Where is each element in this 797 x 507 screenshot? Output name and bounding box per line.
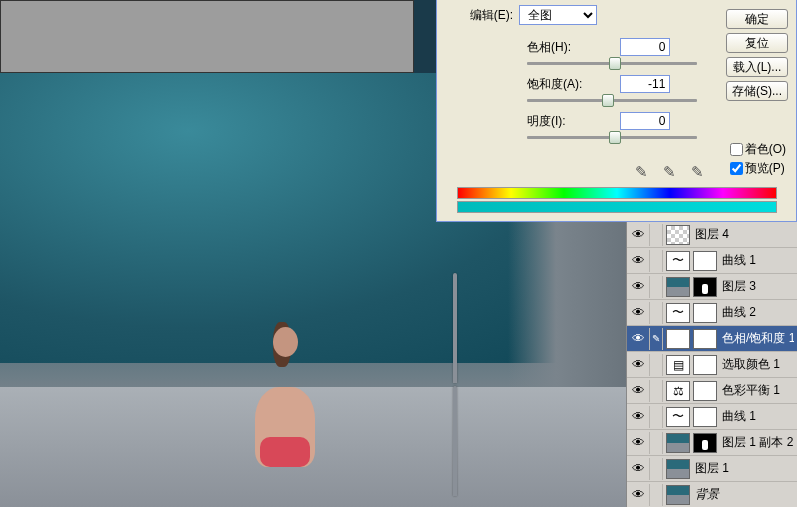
- layer-thumbnail[interactable]: ◐: [666, 329, 690, 349]
- person-figure: [245, 317, 325, 467]
- cancel-button[interactable]: 复位: [726, 33, 788, 53]
- visibility-eye-icon[interactable]: 👁: [630, 227, 646, 243]
- visibility-eye-icon[interactable]: 👁: [630, 435, 646, 451]
- layer-mask-thumbnail[interactable]: [693, 433, 717, 453]
- eyedropper-add-icon[interactable]: ✎: [660, 163, 678, 181]
- saturation-label: 饱和度(A):: [527, 76, 587, 93]
- saturation-slider-thumb[interactable]: [602, 94, 614, 107]
- hue-spectrum-top[interactable]: [457, 187, 777, 199]
- layer-link-col[interactable]: [649, 458, 663, 480]
- layer-row[interactable]: 👁⚖色彩平衡 1: [627, 378, 797, 404]
- layer-link-col[interactable]: [649, 250, 663, 272]
- layer-link-col[interactable]: [649, 302, 663, 324]
- visibility-eye-icon[interactable]: 👁: [630, 279, 646, 295]
- preview-checkbox-label[interactable]: 预览(P): [730, 160, 786, 177]
- layer-name-label[interactable]: 背景: [693, 486, 794, 503]
- visibility-eye-icon[interactable]: 👁: [630, 487, 646, 503]
- visibility-eye-icon[interactable]: 👁: [630, 461, 646, 477]
- canvas-gray-bg: [0, 0, 414, 73]
- visibility-eye-icon[interactable]: 👁: [630, 331, 646, 347]
- visibility-eye-icon[interactable]: 👁: [630, 357, 646, 373]
- layer-row[interactable]: 👁✎◐色相/饱和度 1: [627, 326, 797, 352]
- layer-row[interactable]: 👁〜曲线 1: [627, 404, 797, 430]
- ok-button[interactable]: 确定: [726, 9, 788, 29]
- visibility-eye-icon[interactable]: 👁: [630, 305, 646, 321]
- load-button[interactable]: 载入(L)...: [726, 57, 788, 77]
- layer-mask-thumbnail[interactable]: [693, 251, 717, 271]
- layer-name-label[interactable]: 图层 1: [693, 460, 794, 477]
- pool-ladder: [438, 273, 488, 393]
- visibility-eye-icon[interactable]: 👁: [630, 409, 646, 425]
- layer-link-col[interactable]: [649, 484, 663, 506]
- layers-panel: 👁图层 4👁〜曲线 1👁图层 3👁〜曲线 2👁✎◐色相/饱和度 1👁▤选取颜色 …: [626, 222, 797, 507]
- layer-name-label[interactable]: 曲线 1: [720, 408, 794, 425]
- layer-row[interactable]: 👁图层 1: [627, 456, 797, 482]
- visibility-eye-icon[interactable]: 👁: [630, 253, 646, 269]
- layer-row[interactable]: 👁背景: [627, 482, 797, 507]
- visibility-eye-icon[interactable]: 👁: [630, 383, 646, 399]
- edit-label: 编辑(E):: [449, 7, 519, 24]
- layer-row[interactable]: 👁〜曲线 1: [627, 248, 797, 274]
- hue-label: 色相(H):: [527, 39, 587, 56]
- layer-name-label[interactable]: 曲线 2: [720, 304, 794, 321]
- layer-thumbnail[interactable]: ▤: [666, 355, 690, 375]
- layer-row[interactable]: 👁▤选取颜色 1: [627, 352, 797, 378]
- layer-link-col[interactable]: [649, 276, 663, 298]
- eyedropper-group: ✎ ✎ ✎: [632, 163, 706, 181]
- layer-name-label[interactable]: 图层 1 副本 2: [720, 434, 794, 451]
- layer-thumbnail[interactable]: [666, 433, 690, 453]
- layer-mask-thumbnail[interactable]: [693, 407, 717, 427]
- colorize-checkbox-label[interactable]: 着色(O): [730, 141, 786, 158]
- lightness-slider-thumb[interactable]: [609, 131, 621, 144]
- layer-name-label[interactable]: 选取颜色 1: [720, 356, 794, 373]
- layer-link-col[interactable]: [649, 406, 663, 428]
- layer-link-col[interactable]: [649, 224, 663, 246]
- save-button[interactable]: 存储(S)...: [726, 81, 788, 101]
- layer-row[interactable]: 👁图层 1 副本 2: [627, 430, 797, 456]
- layer-thumbnail[interactable]: ⚖: [666, 381, 690, 401]
- layer-thumbnail[interactable]: [666, 459, 690, 479]
- layer-row[interactable]: 👁图层 4: [627, 222, 797, 248]
- layer-link-col[interactable]: [649, 380, 663, 402]
- hue-value-input[interactable]: 0: [620, 38, 670, 56]
- preview-checkbox[interactable]: [730, 162, 743, 175]
- layer-thumbnail[interactable]: 〜: [666, 303, 690, 323]
- layer-mask-thumbnail[interactable]: [693, 277, 717, 297]
- lightness-label: 明度(I):: [527, 113, 587, 130]
- layer-thumbnail[interactable]: [666, 225, 690, 245]
- layer-thumbnail[interactable]: 〜: [666, 407, 690, 427]
- layer-mask-thumbnail[interactable]: [693, 329, 717, 349]
- layer-row[interactable]: 👁图层 3: [627, 274, 797, 300]
- layer-name-label[interactable]: 图层 4: [693, 226, 794, 243]
- edit-dropdown[interactable]: 全图: [519, 5, 597, 25]
- dialog-button-column: 确定 复位 载入(L)... 存储(S)...: [718, 3, 796, 107]
- layer-name-label[interactable]: 曲线 1: [720, 252, 794, 269]
- layer-mask-thumbnail[interactable]: [693, 303, 717, 323]
- hue-saturation-dialog: 编辑(E): 全图 色相(H): 0 饱和度(A): -11 明度(I): 0 …: [436, 0, 797, 222]
- colorize-checkbox[interactable]: [730, 143, 743, 156]
- layer-link-col[interactable]: [649, 354, 663, 376]
- layer-name-label[interactable]: 色彩平衡 1: [720, 382, 794, 399]
- hue-slider[interactable]: [527, 62, 697, 65]
- hue-spectrum-bottom[interactable]: [457, 201, 777, 213]
- hue-slider-thumb[interactable]: [609, 57, 621, 70]
- layer-link-col[interactable]: ✎: [649, 328, 663, 350]
- eyedropper-subtract-icon[interactable]: ✎: [688, 163, 706, 181]
- layer-thumbnail[interactable]: 〜: [666, 251, 690, 271]
- layer-name-label[interactable]: 色相/饱和度 1: [720, 330, 794, 347]
- layer-thumbnail[interactable]: [666, 485, 690, 505]
- layer-link-col[interactable]: [649, 432, 663, 454]
- lightness-slider[interactable]: [527, 136, 697, 139]
- saturation-value-input[interactable]: -11: [620, 75, 670, 93]
- layer-name-label[interactable]: 图层 3: [720, 278, 794, 295]
- lightness-value-input[interactable]: 0: [620, 112, 670, 130]
- dialog-checkboxes: 着色(O) 预览(P): [730, 139, 786, 179]
- layer-mask-thumbnail[interactable]: [693, 355, 717, 375]
- layer-row[interactable]: 👁〜曲线 2: [627, 300, 797, 326]
- saturation-slider[interactable]: [527, 99, 697, 102]
- layer-mask-thumbnail[interactable]: [693, 381, 717, 401]
- layer-thumbnail[interactable]: [666, 277, 690, 297]
- eyedropper-icon[interactable]: ✎: [632, 163, 650, 181]
